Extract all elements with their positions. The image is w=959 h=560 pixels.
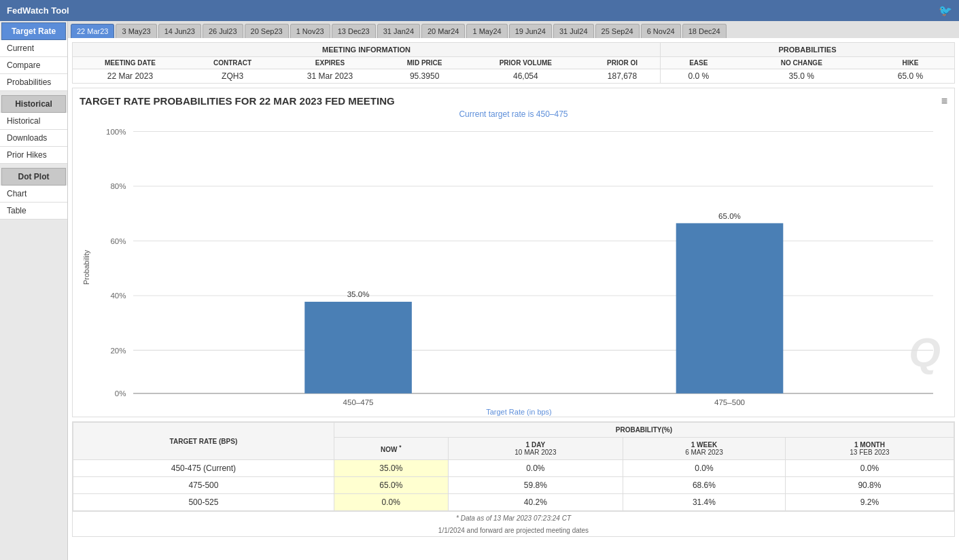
sidebar-item-table[interactable]: Table (0, 203, 67, 220)
table-row: 450-475 (Current)35.0%0.0%0.0%0.0% (73, 460, 954, 477)
sidebar-item-prior-hikes[interactable]: Prior Hikes (0, 147, 67, 164)
svg-text:0%: 0% (115, 389, 126, 398)
meeting-info-th: EXPIRES (277, 57, 382, 69)
sidebar: Target Rate Current Compare Probabilitie… (0, 21, 68, 560)
chart-title: TARGET RATE PROBABILITIES FOR 22 MAR 202… (80, 95, 947, 107)
one-week-header: 1 WEEK6 MAR 2023 (623, 438, 785, 460)
prob-table-section: TARGET RATE (BPS) PROBABILITY(%) NOW * 1… (72, 421, 955, 537)
date-tab-20sep23[interactable]: 20 Sep23 (245, 24, 289, 38)
date-tab-31jan24[interactable]: 31 Jan24 (377, 24, 420, 38)
chart-section: TARGET RATE PROBABILITIES FOR 22 MAR 202… (72, 88, 955, 417)
probability-detail-table: TARGET RATE (BPS) PROBABILITY(%) NOW * 1… (73, 422, 954, 511)
prob-header-th: NO CHANGE (737, 57, 867, 69)
meeting-info-th: PRIOR OI (585, 57, 660, 69)
main-layout: Target Rate Current Compare Probabilitie… (0, 21, 959, 560)
date-tab-19jun24[interactable]: 19 Jun24 (509, 24, 552, 38)
footer-note2: 1/1/2024 and forward are projected meeti… (73, 525, 954, 536)
meeting-info-th: MID PRICE (383, 57, 467, 69)
svg-text:65.0%: 65.0% (718, 211, 741, 220)
prob-header-td: 65.0 % (867, 69, 954, 84)
date-tab-1may24[interactable]: 1 May24 (466, 24, 507, 38)
dot-plot-section-btn[interactable]: Dot Plot (1, 168, 66, 186)
sidebar-item-historical[interactable]: Historical (0, 113, 67, 130)
bar-450-475 (304, 302, 412, 393)
target-rate-btn[interactable]: Target Rate (1, 22, 66, 40)
meeting-info-th: CONTRACT (188, 57, 277, 69)
date-tab-20mar24[interactable]: 20 Mar24 (421, 24, 465, 38)
svg-text:40%: 40% (110, 291, 126, 300)
meeting-info-block: MEETING INFORMATION MEETING DATECONTRACT… (73, 43, 661, 83)
date-tab-6nov24[interactable]: 6 Nov24 (641, 24, 681, 38)
footer-note: * Data as of 13 Mar 2023 07:23:24 CT (73, 511, 954, 525)
sidebar-item-chart[interactable]: Chart (0, 186, 67, 203)
date-tab-26jul23[interactable]: 26 Jul23 (203, 24, 243, 38)
historical-section-btn[interactable]: Historical (1, 95, 66, 113)
probabilities-table: EASENO CHANGEHIKE 0.0 %35.0 %65.0 % (661, 57, 954, 83)
app-header: FedWatch Tool 🐦 (0, 0, 959, 21)
one-day-cell: 0.0% (448, 460, 623, 477)
one-day-cell: 40.2% (448, 494, 623, 511)
svg-text:100%: 100% (106, 127, 126, 136)
one-month-cell: 9.2% (785, 494, 954, 511)
twitter-icon[interactable]: 🐦 (939, 4, 952, 17)
date-tab-3may23[interactable]: 3 May23 (116, 24, 156, 38)
app-title: FedWatch Tool (7, 5, 69, 16)
y-axis-label: Probability (80, 124, 90, 410)
svg-text:35.0%: 35.0% (347, 290, 370, 298)
svg-text:475–500: 475–500 (714, 398, 745, 405)
chart-menu-icon[interactable]: ≡ (941, 95, 947, 107)
prob-header-td: 0.0 % (661, 69, 737, 84)
svg-text:20%: 20% (110, 346, 126, 355)
svg-text:60%: 60% (110, 237, 126, 245)
meeting-info-td: 95.3950 (383, 69, 467, 84)
sidebar-item-probabilities[interactable]: Probabilities (0, 74, 67, 91)
sidebar-item-downloads[interactable]: Downloads (0, 130, 67, 147)
rate-cell: 475-500 (73, 477, 334, 494)
bar-475-500 (676, 223, 784, 393)
now-header: NOW * (334, 438, 448, 460)
meeting-info-th: PRIOR VOLUME (467, 57, 585, 69)
svg-text:450–475: 450–475 (343, 398, 374, 405)
prob-header-th: HIKE (867, 57, 954, 69)
meeting-info-td: 46,054 (467, 69, 585, 84)
meeting-info-table: MEETING DATECONTRACTEXPIRESMID PRICEPRIO… (73, 57, 660, 83)
x-axis-label: Target Rate (in bps) (90, 405, 947, 416)
one-day-header: 1 DAY10 MAR 2023 (448, 438, 623, 460)
date-tab-31jul24[interactable]: 31 Jul24 (553, 24, 594, 38)
date-tab-13dec23[interactable]: 13 Dec23 (332, 24, 376, 38)
date-tab-1nov23[interactable]: 1 Nov23 (290, 24, 330, 38)
probability-pct-header: PROBABILITY(%) (334, 423, 954, 438)
target-rate-header: TARGET RATE (BPS) (73, 423, 334, 460)
one-month-cell: 0.0% (785, 460, 954, 477)
prob-header-td: 35.0 % (737, 69, 867, 84)
one-week-cell: 68.6% (623, 477, 785, 494)
now-cell: 65.0% (334, 477, 448, 494)
one-day-cell: 59.8% (448, 477, 623, 494)
probabilities-block: PROBABILITIES EASENO CHANGEHIKE 0.0 %35.… (661, 43, 954, 83)
bar-chart-svg: 100% 80% 60% 40% 20% (90, 124, 947, 405)
one-month-cell: 90.8% (785, 477, 954, 494)
svg-text:80%: 80% (110, 181, 126, 190)
meeting-info-td: 22 Mar 2023 (73, 69, 188, 84)
date-tab-25sep24[interactable]: 25 Sep24 (595, 24, 640, 38)
sidebar-item-current[interactable]: Current (0, 40, 67, 57)
rate-cell: 450-475 (Current) (73, 460, 334, 477)
meeting-info-th: MEETING DATE (73, 57, 188, 69)
chart-inner: 100% 80% 60% 40% 20% (90, 124, 947, 410)
meeting-info-td: ZQH3 (188, 69, 277, 84)
chart-subtitle: Current target rate is 450–475 (80, 109, 947, 119)
table-row: 475-50065.0%59.8%68.6%90.8% (73, 477, 954, 494)
rate-cell: 500-525 (73, 494, 334, 511)
meeting-info-header: MEETING INFORMATION (73, 43, 660, 57)
meeting-info-td: 187,678 (585, 69, 660, 84)
date-tab-18dec24[interactable]: 18 Dec24 (682, 24, 727, 38)
date-tab-14jun23[interactable]: 14 Jun23 (158, 24, 201, 38)
date-tab-22mar23[interactable]: 22 Mar23 (71, 24, 114, 38)
date-tabs: 22 Mar233 May2314 Jun2326 Jul2320 Sep231… (68, 21, 959, 38)
bars-area: 100% 80% 60% 40% 20% (90, 124, 947, 405)
content-area: 22 Mar233 May2314 Jun2326 Jul2320 Sep231… (68, 21, 959, 560)
meeting-info-section: MEETING INFORMATION MEETING DATECONTRACT… (72, 42, 955, 84)
sidebar-item-compare[interactable]: Compare (0, 57, 67, 74)
prob-header-th: EASE (661, 57, 737, 69)
now-cell: 35.0% (334, 460, 448, 477)
